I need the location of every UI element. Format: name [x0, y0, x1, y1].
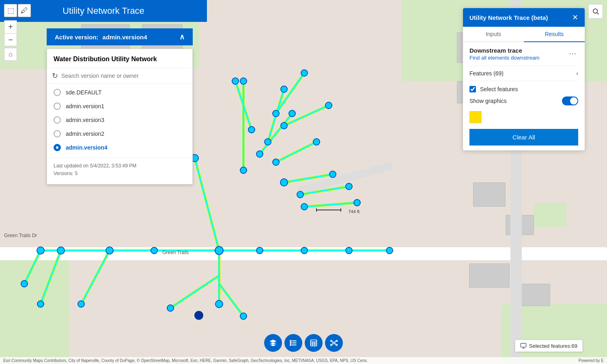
version-radio-0: [54, 89, 61, 96]
version-name-0: sde.DEFAULT: [66, 89, 101, 96]
app-title: Utility Network Trace: [62, 6, 144, 16]
version-item-2[interactable]: admin.version3: [47, 113, 192, 127]
version-list: sde.DEFAULT admin.version1 admin.version…: [47, 84, 192, 156]
svg-rect-85: [311, 340, 317, 346]
green-area-6: [534, 203, 566, 227]
features-row[interactable]: Features (69) ›: [469, 66, 578, 81]
map-controls: ⬚ 🖊: [4, 4, 31, 17]
attribution-right: Powered by E: [579, 358, 604, 363]
select-features-label: Select features: [480, 86, 518, 92]
sketch-tool-btn[interactable]: 🖊: [18, 4, 31, 17]
select-features-checkbox[interactable]: [469, 86, 476, 92]
svg-point-92: [336, 340, 337, 341]
trace-more-btn[interactable]: …: [567, 47, 578, 56]
selected-count: Selected features:69: [529, 343, 577, 349]
version-item-4[interactable]: admin.version4: [47, 141, 192, 154]
select-tool-btn[interactable]: ⬚: [4, 4, 17, 17]
svg-point-82: [290, 340, 291, 342]
svg-line-78: [597, 13, 598, 14]
chevron-up-icon: ∧: [179, 32, 185, 41]
layers-btn[interactable]: [264, 334, 282, 352]
tab-inputs[interactable]: Inputs: [463, 27, 524, 42]
bottom-toolbar: [264, 334, 343, 352]
panel-header: Utility Network Trace (beta) ✕: [463, 8, 585, 27]
building-10: [469, 263, 510, 288]
version-item-1[interactable]: admin.version1: [47, 99, 192, 113]
list-btn[interactable]: [284, 334, 302, 352]
scale-bar-label: 744 ft: [348, 209, 359, 214]
trace-description: Find all elements downstream: [469, 55, 540, 61]
network-btn[interactable]: [325, 334, 343, 352]
svg-point-91: [331, 340, 332, 341]
version-radio-2: [54, 116, 61, 124]
svg-point-77: [593, 9, 598, 13]
refresh-icon[interactable]: ↻: [52, 71, 58, 80]
show-graphics-row: Show graphics: [469, 96, 578, 105]
version-name-4: admin.version4: [66, 144, 108, 151]
zoom-in-btn[interactable]: +: [4, 20, 17, 33]
version-search-input[interactable]: [61, 73, 187, 79]
table-btn[interactable]: [305, 334, 323, 352]
zoom-controls: + −: [4, 20, 17, 46]
version-name: admin.version4: [103, 34, 147, 41]
select-features-row: Select features: [469, 86, 578, 92]
selected-features-badge: Selected features:69: [515, 340, 583, 352]
right-panel: Utility Network Trace (beta) ✕ Inputs Re…: [463, 8, 585, 150]
version-name-1: admin.version1: [66, 103, 104, 109]
version-name-3: admin.version2: [66, 131, 104, 137]
version-panel-title: Water Distribution Utility Network: [47, 49, 192, 68]
svg-point-84: [290, 345, 291, 346]
green-area-3: [0, 251, 69, 364]
svg-point-93: [331, 344, 332, 345]
building-11: [518, 284, 550, 306]
show-graphics-label: Show graphics: [469, 98, 507, 104]
attribution-text: Esri Community Maps Contributors, City o…: [3, 358, 368, 363]
version-label: Active version:: [55, 34, 99, 41]
version-count: Versions: 5: [54, 170, 186, 178]
version-item-3[interactable]: admin.version2: [47, 127, 192, 141]
svg-line-96: [335, 341, 336, 343]
search-btn[interactable]: [588, 4, 603, 19]
svg-line-97: [332, 343, 333, 345]
active-version-btn[interactable]: Active version: admin.version4 ∧: [47, 28, 193, 45]
svg-point-94: [336, 344, 337, 345]
svg-line-95: [332, 341, 333, 343]
version-radio-4: [54, 144, 61, 151]
panel-tabs: Inputs Results: [463, 27, 585, 42]
trace-header: Downstream trace Find all elements downs…: [469, 47, 578, 61]
zoom-out-btn[interactable]: −: [4, 33, 17, 46]
svg-point-83: [290, 343, 291, 344]
svg-line-98: [335, 343, 336, 345]
version-footer: Last updated on 5/4/2022, 3:53:49 PM Ver…: [47, 158, 192, 178]
features-label: Features (69): [469, 70, 504, 77]
version-panel: Water Distribution Utility Network ↻ sde…: [47, 49, 193, 184]
road-diagonal: [297, 162, 393, 195]
panel-content: Downstream trace Find all elements downs…: [463, 42, 585, 150]
color-swatch[interactable]: [469, 111, 482, 123]
home-btn[interactable]: ⌂: [4, 48, 17, 61]
title-bar: Utility Network Trace: [0, 0, 207, 22]
tab-results[interactable]: Results: [524, 27, 585, 42]
version-radio-3: [54, 130, 61, 137]
building-8: [473, 182, 506, 207]
panel-close-btn[interactable]: ✕: [572, 13, 578, 22]
trace-name: Downstream trace: [469, 47, 540, 54]
road-label-green-trails-dr: Green Trails Dr: [4, 233, 37, 238]
features-chevron-icon: ›: [576, 70, 578, 77]
show-graphics-toggle[interactable]: [562, 96, 578, 105]
road-label-green-trails: Green Trails: [162, 250, 189, 255]
attribution: Esri Community Maps Contributors, City o…: [0, 357, 607, 364]
trace-info: Downstream trace Find all elements downs…: [469, 47, 540, 61]
version-item-0[interactable]: sde.DEFAULT: [47, 86, 192, 99]
version-last-updated: Last updated on 5/4/2022, 3:53:49 PM: [54, 162, 186, 170]
clear-all-btn[interactable]: Clear All: [469, 129, 578, 146]
version-search-row: ↻: [47, 68, 192, 84]
svg-rect-99: [521, 343, 526, 347]
version-radio-1: [54, 103, 61, 110]
panel-title: Utility Network Trace (beta): [469, 14, 548, 21]
version-name-2: admin.version3: [66, 117, 104, 123]
